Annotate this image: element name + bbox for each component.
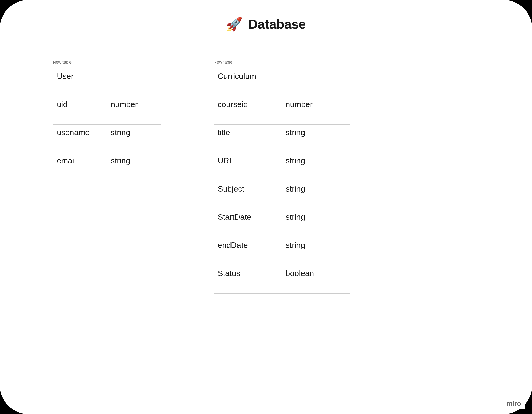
column-type-cell[interactable]: string [282,125,350,153]
column-type-cell[interactable]: boolean [282,265,350,294]
column-type-cell[interactable]: number [107,96,161,125]
column-type-cell[interactable]: string [107,153,161,181]
column-name-cell[interactable]: Subject [214,181,282,209]
table-empty-cell[interactable] [107,68,161,96]
page-title-row: 🚀 Database [226,16,306,32]
table-empty-cell[interactable] [282,68,350,96]
table-row[interactable]: title string [214,125,350,153]
rocket-icon: 🚀 [226,18,243,31]
column-name-cell[interactable]: title [214,125,282,153]
table-row[interactable]: Status boolean [214,265,350,294]
table-curriculum[interactable]: New table Curriculum courseid number tit… [214,60,350,294]
column-name-cell[interactable]: Status [214,265,282,294]
table-user[interactable]: New table User uid number usename string… [53,60,161,181]
table-row[interactable]: endDate string [214,237,350,265]
table-row[interactable]: courseid number [214,96,350,125]
table-caption: New table [53,60,161,65]
column-name-cell[interactable]: courseid [214,96,282,125]
column-type-cell[interactable]: string [282,181,350,209]
column-type-cell[interactable]: string [282,209,350,237]
table-row[interactable]: usename string [53,125,161,153]
table-row[interactable]: Subject string [214,181,350,209]
schema-table[interactable]: User uid number usename string email str… [53,68,161,181]
column-type-cell[interactable]: string [282,237,350,265]
table-row[interactable]: uid number [53,96,161,125]
column-type-cell[interactable]: string [282,153,350,181]
table-header-row[interactable]: Curriculum [214,68,350,96]
column-name-cell[interactable]: StartDate [214,209,282,237]
column-name-cell[interactable]: uid [53,96,107,125]
column-name-cell[interactable]: email [53,153,107,181]
table-row[interactable]: email string [53,153,161,181]
schema-table[interactable]: Curriculum courseid number title string … [214,68,350,294]
canvas[interactable]: 🚀 Database New table User uid number use… [0,0,532,414]
column-name-cell[interactable]: endDate [214,237,282,265]
column-type-cell[interactable]: string [107,125,161,153]
table-name-cell[interactable]: User [53,68,107,96]
miro-brand: miro [502,398,525,409]
column-name-cell[interactable]: URL [214,153,282,181]
page-title: Database [248,16,306,32]
column-name-cell[interactable]: usename [53,125,107,153]
table-row[interactable]: StartDate string [214,209,350,237]
table-caption: New table [214,60,350,65]
table-row[interactable]: URL string [214,153,350,181]
column-type-cell[interactable]: number [282,96,350,125]
table-name-cell[interactable]: Curriculum [214,68,282,96]
table-header-row[interactable]: User [53,68,161,96]
